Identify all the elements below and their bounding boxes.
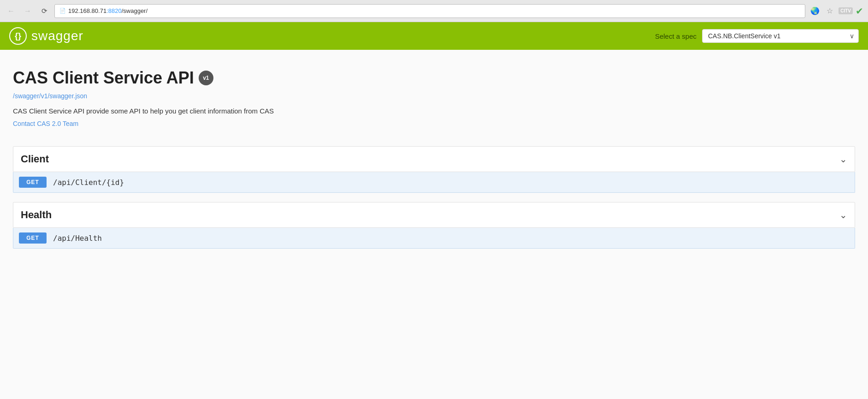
refresh-button[interactable]: ⟳ — [38, 5, 51, 18]
url-text: 192.168.80.71:8820/swagger/ — [68, 7, 148, 14]
swagger-json-link[interactable]: /swagger/v1/swagger.json — [13, 92, 855, 100]
health-endpoint-path: /api/Health — [53, 234, 102, 243]
contact-link[interactable]: Contact CAS 2.0 Team — [13, 120, 78, 127]
forward-button[interactable]: → — [21, 5, 34, 18]
security-check-icon: ✔ — [856, 6, 863, 17]
star-button[interactable]: ☆ — [824, 5, 836, 17]
swagger-title: swagger — [31, 29, 83, 43]
health-endpoint-row[interactable]: GET /api/Health — [13, 228, 855, 249]
spec-selector: Select a spec CAS.NB.ClientService v1 — [655, 29, 859, 43]
health-chevron-icon: ⌄ — [839, 209, 847, 220]
spec-select-wrapper: CAS.NB.ClientService v1 — [702, 29, 859, 43]
client-get-badge: GET — [19, 177, 47, 188]
main-content: CAS Client Service API v1 /swagger/v1/sw… — [0, 50, 868, 399]
health-section-title: Health — [21, 209, 52, 221]
api-title-section: CAS Client Service API v1 /swagger/v1/sw… — [13, 68, 855, 128]
browser-chrome: ← → ⟳ 📄 192.168.80.71:8820/swagger/ 🌏 ☆ … — [0, 0, 868, 22]
swagger-header: {} swagger Select a spec CAS.NB.ClientSe… — [0, 22, 868, 50]
swagger-icon: {} — [9, 27, 27, 45]
citv-badge: CITV — [838, 7, 853, 14]
page-icon: 📄 — [59, 8, 66, 14]
api-description: CAS Client Service API provide some API … — [13, 107, 855, 115]
swagger-logo: {} swagger — [9, 27, 83, 45]
client-section-title: Client — [21, 153, 49, 165]
client-section: Client ⌄ GET /api/Client/{id} — [13, 146, 855, 193]
spec-select[interactable]: CAS.NB.ClientService v1 — [702, 29, 859, 43]
health-section-header[interactable]: Health ⌄ — [13, 202, 855, 228]
api-sections: Client ⌄ GET /api/Client/{id} Health ⌄ G… — [13, 146, 855, 249]
version-badge: v1 — [199, 71, 213, 85]
api-title-row: CAS Client Service API v1 — [13, 68, 855, 88]
browser-actions: 🌏 ☆ CITV ✔ — [809, 5, 863, 17]
api-title: CAS Client Service API — [13, 68, 194, 88]
address-bar[interactable]: 📄 192.168.80.71:8820/swagger/ — [54, 4, 805, 18]
client-chevron-icon: ⌄ — [839, 154, 847, 165]
client-endpoint-row[interactable]: GET /api/Client/{id} — [13, 172, 855, 193]
back-button[interactable]: ← — [5, 5, 18, 18]
client-endpoint-path: /api/Client/{id} — [53, 178, 124, 187]
health-get-badge: GET — [19, 232, 47, 244]
select-spec-label: Select a spec — [655, 32, 697, 40]
client-section-header[interactable]: Client ⌄ — [13, 146, 855, 172]
translate-button[interactable]: 🌏 — [809, 5, 821, 17]
health-section: Health ⌄ GET /api/Health — [13, 202, 855, 249]
